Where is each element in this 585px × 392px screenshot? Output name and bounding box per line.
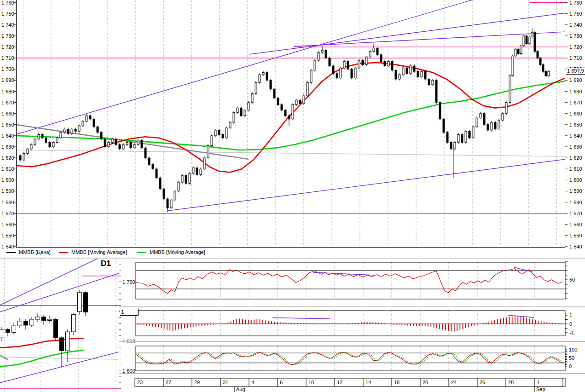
main-y-label: 1 550: [1, 233, 14, 238]
legend-item-price: ММВБ [Цена]: [6, 249, 51, 255]
legend-label: ММВБ [Цена]: [19, 249, 51, 255]
main-y-label: 1 600: [1, 177, 14, 183]
main-y-label: 1 650: [569, 122, 582, 127]
main-y-label: 1 670: [569, 100, 582, 105]
main-y-label: 1 640: [569, 133, 582, 138]
main-y-label: 1 610: [1, 166, 14, 172]
main-y-label: 1 580: [1, 200, 14, 205]
main-plot-area: [16, 0, 566, 247]
oscillator-top-box: [136, 262, 565, 299]
main-y-label: 1 560: [569, 222, 582, 227]
main-y-label: 1 640: [1, 133, 14, 138]
main-y-label: 1 620: [1, 155, 14, 161]
date-cell-label: 12: [337, 380, 342, 385]
main-y-label: 1 680: [1, 89, 14, 94]
main-y-label: 1 710: [569, 55, 582, 61]
main-y-label: 1 710: [1, 55, 14, 61]
indicator-y-label: 50: [569, 355, 574, 361]
main-y-label: 1 610: [569, 166, 582, 172]
date-cell-label: 24: [451, 380, 457, 385]
main-y-label: 1 540: [1, 244, 14, 249]
timeframe-label: D1: [101, 259, 111, 268]
legend-item-red-ma: ММВБ [Moving Average]: [59, 249, 127, 255]
main-y-label: 1 630: [569, 144, 582, 150]
main-y-label: 1 690: [1, 77, 14, 83]
mini-plot-area: [0, 259, 119, 392]
main-y-label: 1 690: [569, 77, 582, 83]
main-y-label: 1 550: [569, 233, 582, 238]
trading-terminal-workspace: 1 7601 7601 7501 7501 7401 7401 7301 730…: [0, 0, 585, 392]
date-cell-label: 4: [251, 380, 254, 385]
date-cell-label: 27: [166, 380, 171, 385]
main-y-label: 1 740: [569, 22, 582, 28]
mini-d1-chart[interactable]: 1 7501 6501 600: [0, 259, 138, 392]
main-y-label: 1 680: [569, 89, 582, 94]
indicator-panels[interactable]: 5010-1100500232729314610121418202426281: [119, 259, 585, 392]
green-ma-swatch-icon: [137, 252, 146, 253]
month-label-aug: Aug: [236, 386, 245, 392]
indicator-y-label: -1: [569, 330, 574, 335]
legend-label: ММВБ [Moving Average]: [150, 249, 205, 255]
main-y-label: 1 660: [569, 111, 582, 116]
main-y-label: 1 620: [569, 155, 582, 161]
price-line-swatch-icon: [6, 252, 16, 253]
main-y-label: 1 650: [1, 122, 14, 127]
date-cell-label: 31: [223, 380, 228, 385]
main-y-label: 1 750: [569, 11, 582, 17]
main-y-label: 1 760: [1, 0, 14, 6]
indicator-y-label: 0: [569, 321, 572, 327]
oscillator-bottom-box: [136, 346, 565, 371]
date-cell-label: 28: [508, 380, 514, 385]
date-cell-label: 1: [537, 380, 539, 385]
main-y-label: 1 720: [1, 44, 14, 50]
mini-current-price-box: 1 697,9: [120, 309, 139, 316]
date-cell-label: 26: [480, 380, 485, 385]
main-y-label: 1 540: [569, 244, 582, 249]
main-y-label: 1 730: [569, 33, 582, 39]
legend-label: ММВБ [Moving Average]: [71, 249, 127, 255]
red-ma-swatch-icon: [59, 252, 68, 253]
main-y-label: 1 700: [1, 66, 14, 72]
main-y-label: 1 720: [569, 44, 582, 50]
main-y-label: 1 570: [569, 211, 582, 216]
main-y-label: 1 730: [1, 33, 14, 39]
main-y-label: 1 560: [1, 222, 14, 227]
main-y-label: 1 570: [1, 211, 14, 216]
date-cell-label: 29: [194, 380, 200, 385]
date-cell-label: 6: [280, 380, 283, 385]
main-y-label: 1 750: [1, 11, 14, 17]
main-chart-legend: ММВБ [Цена] ММВБ [Moving Average] ММВБ […: [0, 249, 585, 257]
month-label-sep: Sep: [536, 386, 545, 392]
main-y-label: 1 660: [1, 111, 14, 116]
current-price-box: 1 697,9: [566, 68, 585, 75]
indicator-y-label: 100: [569, 347, 577, 352]
indicator-y-label: 50: [569, 277, 575, 282]
main-y-label: 1 580: [569, 200, 582, 205]
date-cell-label: 18: [394, 380, 400, 385]
indicator-y-label: 0: [569, 363, 572, 369]
date-cell-label: 23: [137, 380, 143, 385]
main-y-label: 1 760: [569, 0, 582, 6]
main-y-label: 1 600: [569, 177, 582, 183]
indicator-y-label: 1: [569, 312, 572, 318]
main-y-label: 1 590: [569, 188, 582, 194]
date-cell-label: 20: [423, 380, 428, 385]
date-cell-label: 10: [308, 380, 314, 385]
date-cell-label: 14: [365, 380, 371, 385]
rsi-line: [136, 269, 562, 294]
main-y-label: 1 630: [1, 144, 14, 150]
main-y-label: 1 590: [1, 188, 14, 194]
main-y-label: 1 740: [1, 22, 14, 28]
main-y-label: 1 670: [1, 100, 14, 105]
legend-item-green-ma: ММВБ [Moving Average]: [137, 249, 205, 255]
main-price-chart[interactable]: 1 7601 7601 7501 7501 7401 7401 7301 730…: [0, 0, 585, 254]
